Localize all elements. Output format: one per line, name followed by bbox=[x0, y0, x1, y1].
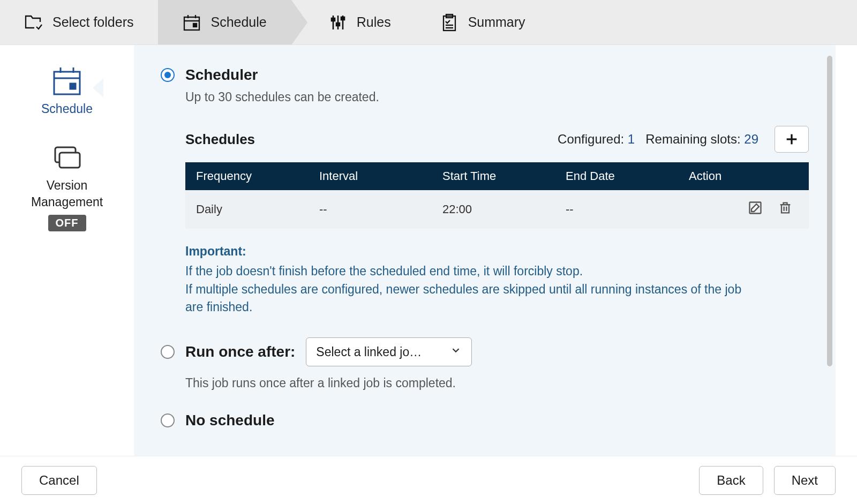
cell-start-time: 22:00 bbox=[432, 202, 555, 216]
wizard-footer: Cancel Back Next bbox=[0, 456, 857, 504]
important-note: Important: If the job doesn't finish bef… bbox=[185, 243, 758, 316]
add-schedule-button[interactable] bbox=[775, 126, 809, 153]
edit-icon bbox=[748, 200, 763, 215]
stack-icon bbox=[51, 143, 83, 173]
sidenav-label: Management bbox=[31, 195, 103, 209]
option-subtitle: Up to 30 schedules can be created. bbox=[185, 90, 809, 104]
trash-icon bbox=[778, 200, 793, 215]
cell-end-date: -- bbox=[555, 202, 678, 216]
sliders-icon bbox=[329, 13, 347, 32]
step-label: Rules bbox=[357, 14, 391, 30]
calendar-icon bbox=[51, 66, 83, 96]
sidenav-label: Schedule bbox=[41, 102, 93, 116]
select-value: Select a linked jo… bbox=[316, 345, 422, 359]
svg-rect-19 bbox=[70, 84, 76, 89]
option-title: Scheduler bbox=[185, 66, 258, 84]
cancel-button[interactable]: Cancel bbox=[21, 466, 97, 495]
delete-button[interactable] bbox=[778, 200, 793, 219]
schedules-heading: Schedules bbox=[185, 131, 547, 148]
option-title: Run once after: bbox=[185, 343, 295, 360]
remaining-stat: Remaining slots: 29 bbox=[645, 132, 758, 147]
step-select-folders[interactable]: Select folders bbox=[0, 0, 158, 44]
edit-button[interactable] bbox=[748, 200, 763, 219]
option-scheduler: Scheduler Up to 30 schedules can be crea… bbox=[161, 66, 809, 316]
col-start-time: Start Time bbox=[432, 169, 555, 183]
sidenav-item-version-management[interactable]: Version Management OFF bbox=[31, 143, 103, 231]
status-badge-off: OFF bbox=[48, 215, 86, 231]
back-button[interactable]: Back bbox=[699, 466, 763, 495]
sidenav-label: Version bbox=[47, 178, 88, 193]
col-interval: Interval bbox=[309, 169, 432, 183]
schedule-panel: Scheduler Up to 30 schedules can be crea… bbox=[134, 45, 836, 456]
chevron-down-icon bbox=[450, 344, 462, 359]
table-header: Frequency Interval Start Time End Date A… bbox=[185, 162, 809, 190]
note-heading: Important: bbox=[185, 243, 758, 260]
svg-rect-10 bbox=[341, 17, 344, 20]
step-label: Select folders bbox=[52, 14, 133, 30]
calendar-icon bbox=[183, 13, 201, 32]
step-summary[interactable]: Summary bbox=[416, 0, 550, 44]
svg-rect-6 bbox=[332, 18, 335, 21]
cell-frequency: Daily bbox=[185, 202, 309, 216]
side-nav: Schedule Version Management OFF bbox=[0, 45, 134, 456]
note-line: If the job doesn't finish before the sch… bbox=[185, 262, 758, 280]
wizard-stepper: Select folders Schedule Rules bbox=[0, 0, 857, 45]
cell-interval: -- bbox=[309, 202, 432, 216]
configured-stat: Configured: 1 bbox=[558, 132, 635, 147]
col-end-date: End Date bbox=[555, 169, 678, 183]
col-frequency: Frequency bbox=[185, 169, 309, 183]
table-row: Daily -- 22:00 -- bbox=[185, 190, 809, 229]
option-no-schedule: No schedule bbox=[161, 412, 809, 429]
scrollbar-thumb[interactable] bbox=[827, 56, 832, 366]
step-rules[interactable]: Rules bbox=[291, 0, 416, 44]
option-run-once-after: Run once after: Select a linked jo… This… bbox=[161, 337, 809, 390]
radio-run-once-after[interactable] bbox=[161, 345, 175, 359]
col-action: Action bbox=[678, 169, 809, 183]
clipboard-check-icon bbox=[440, 13, 458, 32]
note-line: If multiple schedules are configured, ne… bbox=[185, 281, 758, 317]
sidenav-item-schedule[interactable]: Schedule bbox=[41, 66, 93, 116]
svg-rect-21 bbox=[59, 153, 80, 168]
radio-scheduler[interactable] bbox=[161, 68, 175, 82]
folder-check-icon bbox=[25, 13, 43, 32]
option-title: No schedule bbox=[185, 412, 274, 429]
schedules-table: Frequency Interval Start Time End Date A… bbox=[185, 162, 809, 229]
next-button[interactable]: Next bbox=[774, 466, 836, 495]
plus-icon bbox=[784, 132, 799, 147]
linked-job-select[interactable]: Select a linked jo… bbox=[306, 337, 472, 366]
step-label: Schedule bbox=[211, 14, 266, 30]
radio-no-schedule[interactable] bbox=[161, 413, 175, 427]
cell-actions bbox=[678, 200, 809, 219]
step-label: Summary bbox=[468, 14, 525, 30]
option-subtitle: This job runs once after a linked job is… bbox=[185, 376, 809, 390]
svg-rect-4 bbox=[193, 24, 197, 27]
svg-rect-8 bbox=[336, 23, 340, 26]
step-schedule[interactable]: Schedule bbox=[158, 0, 291, 44]
